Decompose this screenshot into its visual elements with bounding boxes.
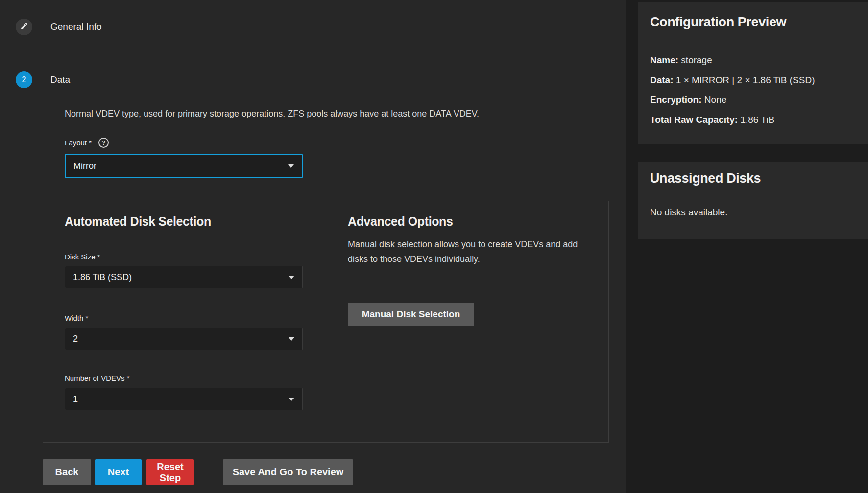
width-value: 2 xyxy=(73,334,78,344)
preview-encryption-value: None xyxy=(702,94,727,105)
layout-select[interactable]: Mirror xyxy=(65,154,303,178)
advanced-options-title: Advanced Options xyxy=(348,214,453,229)
disk-size-select[interactable]: 1.86 TiB (SSD) xyxy=(65,266,303,288)
stepper-connector xyxy=(24,91,24,493)
unassigned-disks-title: Unassigned Disks xyxy=(638,162,868,195)
width-select[interactable]: 2 xyxy=(65,328,303,350)
preview-row-data: Data: 1 × MIRROR | 2 × 1.86 TiB (SSD) xyxy=(650,70,856,91)
preview-row-capacity: Total Raw Capacity: 1.86 TiB xyxy=(650,110,856,130)
advanced-options-description: Manual disk selection allows you to crea… xyxy=(348,237,585,266)
chevron-down-icon xyxy=(288,164,294,168)
width-label: Width * xyxy=(65,314,88,322)
automated-disk-selection-title: Automated Disk Selection xyxy=(65,214,211,229)
number-of-vdevs-value: 1 xyxy=(73,394,78,404)
preview-name-label: Name: xyxy=(650,55,678,65)
unassigned-disks-empty-text: No disks available. xyxy=(638,195,868,218)
wizard-sidebar: Configuration Preview Name: storage Data… xyxy=(626,0,868,493)
disk-size-value: 1.86 TiB (SSD) xyxy=(73,272,132,282)
chevron-down-icon xyxy=(289,398,294,401)
preview-capacity-label: Total Raw Capacity: xyxy=(650,115,738,125)
save-and-go-to-review-button[interactable]: Save And Go To Review xyxy=(223,459,353,485)
reset-step-button[interactable]: Reset Step xyxy=(146,459,194,485)
data-vdev-description: Normal VDEV type, used for primary stora… xyxy=(65,109,555,119)
chevron-down-icon xyxy=(289,276,294,279)
step-number: 2 xyxy=(22,75,26,84)
unassigned-disks-card: Unassigned Disks No disks available. xyxy=(638,162,868,239)
step-general-info-icon[interactable] xyxy=(16,19,32,35)
chevron-down-icon xyxy=(289,337,294,341)
configuration-preview-body: Name: storage Data: 1 × MIRROR | 2 × 1.8… xyxy=(638,42,868,130)
help-icon[interactable]: ? xyxy=(98,138,109,148)
preview-row-name: Name: storage xyxy=(650,50,856,70)
preview-encryption-label: Encryption: xyxy=(650,94,702,105)
number-of-vdevs-select[interactable]: 1 xyxy=(65,388,303,410)
step-general-info-label[interactable]: General Info xyxy=(50,22,102,32)
pool-creation-wizard: General Info 2 Data Normal VDEV type, us… xyxy=(0,0,868,493)
manual-disk-selection-button[interactable]: Manual Disk Selection xyxy=(348,303,474,326)
preview-capacity-value: 1.86 TiB xyxy=(738,115,774,125)
preview-row-encryption: Encryption: None xyxy=(650,90,856,110)
configuration-preview-title: Configuration Preview xyxy=(638,2,868,42)
layout-field-header: Layout * ? xyxy=(65,138,109,148)
layout-select-value: Mirror xyxy=(73,161,96,171)
preview-name-value: storage xyxy=(678,55,712,65)
configuration-preview-card: Configuration Preview Name: storage Data… xyxy=(638,2,868,144)
step-data-label[interactable]: Data xyxy=(50,74,70,85)
wizard-main: General Info 2 Data Normal VDEV type, us… xyxy=(0,0,626,493)
preview-data-value: 1 × MIRROR | 2 × 1.86 TiB (SSD) xyxy=(674,75,815,85)
disk-size-label: Disk Size * xyxy=(65,253,100,261)
pencil-icon xyxy=(20,22,28,32)
next-button[interactable]: Next xyxy=(95,459,142,485)
stepper-connector xyxy=(24,38,24,69)
number-of-vdevs-label: Number of VDEVs * xyxy=(65,374,130,382)
layout-label: Layout * xyxy=(65,139,92,147)
preview-data-label: Data: xyxy=(650,75,674,85)
panel-column-divider xyxy=(325,218,325,428)
back-button[interactable]: Back xyxy=(43,459,91,485)
step-data-icon[interactable]: 2 xyxy=(16,71,32,88)
